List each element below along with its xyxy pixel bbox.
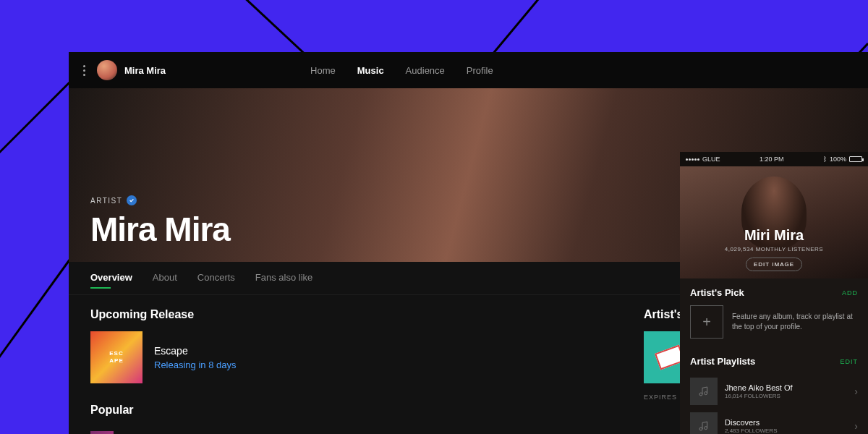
playlist-name: Jhene Aiko Best Of — [725, 383, 847, 392]
music-note-icon — [690, 412, 718, 434]
status-time: 1:20 PM — [760, 156, 784, 163]
track-artwork — [90, 431, 114, 434]
edit-button[interactable]: EDIT — [840, 358, 858, 365]
pick-description: Feature any album, track or playlist at … — [732, 312, 858, 332]
battery-icon — [849, 156, 862, 162]
playlist-row[interactable]: Jhene Aiko Best Of 16,014 FOLLOWERS › — [690, 374, 858, 409]
playlist-followers: 2,483 FOLLOWERS — [725, 427, 847, 434]
user-avatar[interactable] — [97, 60, 117, 80]
mobile-artist-name: Miri Mira — [744, 227, 804, 244]
mobile-pick-heading: Artist's Pick — [690, 287, 744, 298]
track-row[interactable]: 1 Discovers 244,697,983 — [90, 427, 600, 434]
carrier: GLUE — [702, 156, 720, 163]
nav-audience[interactable]: Audience — [406, 65, 445, 76]
tab-about[interactable]: About — [153, 272, 177, 287]
upcoming-release[interactable]: ESCAPE Escape Releasing in 8 days — [90, 331, 600, 383]
status-bar: GLUE 1:20 PM ᛒ 100% — [680, 152, 868, 166]
mobile-listeners: 4,029,534 MONTHLY LISTENERS — [725, 246, 823, 252]
mobile-window: GLUE 1:20 PM ᛒ 100% Miri Mira 4,029,534 … — [680, 152, 868, 434]
tab-concerts[interactable]: Concerts — [197, 272, 235, 287]
svg-line-3 — [0, 246, 80, 376]
tab-overview[interactable]: Overview — [90, 272, 132, 287]
mobile-hero: Miri Mira 4,029,534 MONTHLY LISTENERS ED… — [680, 166, 868, 278]
main-nav: Home Music Audience Profile — [310, 65, 493, 76]
mobile-playlists-section: Artist Playlists EDIT Jhene Aiko Best Of… — [680, 347, 868, 434]
bluetooth-icon: ᛒ — [823, 156, 827, 163]
nav-music[interactable]: Music — [357, 65, 384, 76]
playlist-name: Discovers — [725, 418, 847, 427]
release-subtitle[interactable]: Releasing in 8 days — [154, 359, 236, 370]
topbar: Mira Mira Home Music Audience Profile — [69, 52, 868, 88]
nav-profile[interactable]: Profile — [467, 65, 493, 76]
verified-icon — [127, 195, 137, 205]
add-button[interactable]: ADD — [842, 289, 858, 297]
release-artwork: ESCAPE — [90, 331, 142, 383]
battery-percent: 100% — [830, 156, 846, 163]
tab-fans[interactable]: Fans also like — [255, 272, 312, 287]
edit-image-button[interactable]: EDIT IMAGE — [746, 258, 802, 271]
user-name: Mira Mira — [124, 65, 166, 76]
music-note-icon — [690, 378, 718, 405]
release-title: Escape — [154, 345, 236, 357]
playlist-followers: 16,014 FOLLOWERS — [725, 393, 847, 399]
left-column: Upcoming Release ESCAPE Escape Releasing… — [90, 308, 600, 434]
upcoming-heading: Upcoming Release — [90, 308, 600, 321]
menu-dots-icon[interactable] — [83, 65, 85, 76]
signal-icon — [686, 158, 699, 161]
add-pick-icon[interactable]: + — [690, 305, 723, 339]
chevron-right-icon: › — [854, 386, 858, 397]
playlist-row[interactable]: Discovers 2,483 FOLLOWERS › — [690, 409, 858, 434]
mobile-pick-section: Artist's Pick ADD + Feature any album, t… — [680, 278, 868, 347]
mobile-playlists-heading: Artist Playlists — [690, 356, 755, 367]
nav-home[interactable]: Home — [310, 65, 336, 76]
svg-line-2 — [0, 72, 80, 166]
artist-label-text: ARTIST — [90, 197, 122, 205]
chevron-right-icon: › — [854, 420, 858, 432]
popular-heading: Popular — [90, 404, 600, 417]
